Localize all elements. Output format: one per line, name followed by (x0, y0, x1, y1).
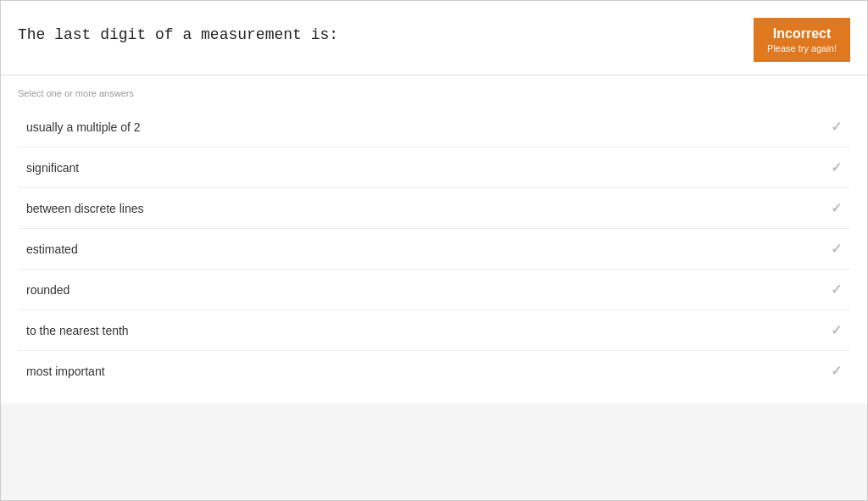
answers-list: usually a multiple of 2✓significant✓betw… (18, 107, 850, 391)
badge-title: Incorrect (767, 26, 837, 42)
answer-text: between discrete lines (26, 202, 144, 215)
answer-item[interactable]: to the nearest tenth✓ (18, 310, 850, 351)
question-text: The last digit of a measurement is: (18, 18, 338, 43)
answer-item[interactable]: between discrete lines✓ (18, 188, 850, 229)
answer-text: usually a multiple of 2 (26, 120, 141, 134)
check-icon: ✓ (831, 119, 842, 135)
answer-text: significant (26, 161, 79, 175)
check-icon: ✓ (831, 200, 842, 216)
answer-item[interactable]: estimated✓ (18, 229, 850, 270)
answer-item[interactable]: rounded✓ (18, 270, 850, 310)
check-icon: ✓ (831, 241, 842, 257)
check-icon: ✓ (831, 281, 842, 298)
check-icon: ✓ (831, 159, 842, 175)
answer-text: to the nearest tenth (26, 324, 129, 337)
answer-text: rounded (26, 283, 70, 297)
answer-text: estimated (26, 242, 78, 256)
check-icon: ✓ (831, 322, 842, 338)
answer-item[interactable]: significant✓ (18, 148, 850, 188)
answer-text: most important (26, 365, 105, 378)
incorrect-badge[interactable]: Incorrect Please try again! (754, 18, 850, 62)
answer-item[interactable]: usually a multiple of 2✓ (18, 107, 850, 148)
badge-subtitle: Please try again! (767, 43, 837, 53)
answers-section: Select one or more answers usually a mul… (1, 75, 867, 404)
quiz-container: The last digit of a measurement is: Inco… (0, 0, 868, 501)
answer-item[interactable]: most important✓ (18, 351, 850, 391)
question-header: The last digit of a measurement is: Inco… (1, 1, 867, 75)
select-instruction: Select one or more answers (18, 88, 850, 98)
check-icon: ✓ (831, 363, 842, 379)
